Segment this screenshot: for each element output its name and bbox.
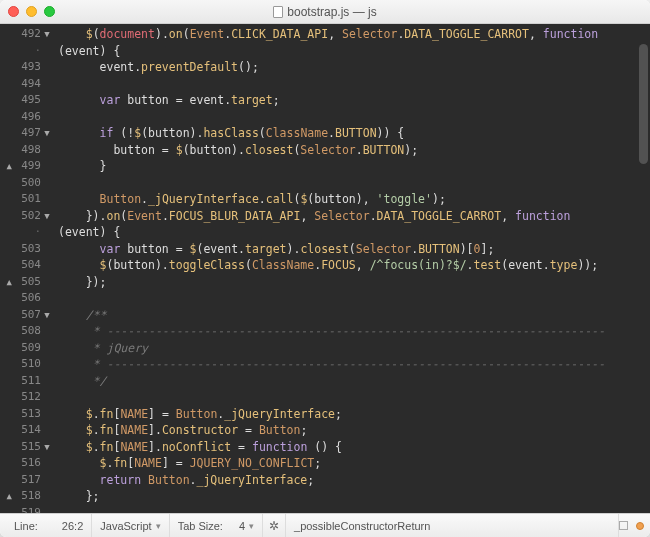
gutter-line[interactable]: ·: [2, 43, 54, 60]
code-line[interactable]: /**: [58, 307, 650, 324]
code-line[interactable]: (event) {: [58, 43, 650, 60]
window-title: bootstrap.js — js: [0, 5, 650, 19]
gutter-line[interactable]: 493: [2, 59, 54, 76]
code-line[interactable]: * --------------------------------------…: [58, 356, 650, 373]
gutter-line[interactable]: 496: [2, 109, 54, 126]
gutter-line[interactable]: 515▼: [2, 439, 54, 456]
gutter-line[interactable]: 507▼: [2, 307, 54, 324]
fold-icon[interactable]: ▼: [42, 26, 52, 43]
line-number: 507: [13, 307, 41, 324]
gutter-line[interactable]: 503: [2, 241, 54, 258]
code-line[interactable]: $.fn[NAME].Constructor = Button;: [58, 422, 650, 439]
status-tab-size[interactable]: Tab Size: 4 ▾: [170, 514, 263, 537]
zoom-icon[interactable]: [44, 6, 55, 17]
gutter-line[interactable]: 497▼: [2, 125, 54, 142]
mod-marker: ▲: [6, 274, 12, 291]
gutter-line[interactable]: ·: [2, 224, 54, 241]
fold-icon[interactable]: ▼: [42, 125, 52, 142]
code-line[interactable]: event.preventDefault();: [58, 59, 650, 76]
line-number: 508: [13, 323, 41, 340]
status-language[interactable]: JavaScript ▾: [92, 514, 169, 537]
gutter-line[interactable]: 519: [2, 505, 54, 514]
gutter[interactable]: 492▼·493494495496497▼498▲499500501502▼·5…: [0, 24, 54, 513]
minimize-icon[interactable]: [26, 6, 37, 17]
line-number: 509: [13, 340, 41, 357]
titlebar[interactable]: bootstrap.js — js: [0, 0, 650, 24]
panel-toggle-icon[interactable]: [619, 521, 628, 530]
code-line[interactable]: * --------------------------------------…: [58, 323, 650, 340]
status-symbol[interactable]: _possibleConstructorReturn: [286, 514, 619, 537]
fold-icon[interactable]: ▼: [42, 208, 52, 225]
code-line[interactable]: });: [58, 274, 650, 291]
code-area[interactable]: $(document).on(Event.CLICK_DATA_API, Sel…: [54, 24, 650, 513]
code-line[interactable]: var button = $(event.target).closest(Sel…: [58, 241, 650, 258]
code-line[interactable]: }: [58, 158, 650, 175]
mod-marker: ▲: [6, 158, 12, 175]
gutter-line[interactable]: 508: [2, 323, 54, 340]
current-symbol: _possibleConstructorReturn: [294, 520, 430, 532]
code-line[interactable]: [58, 175, 650, 192]
line-number: 519: [13, 505, 41, 514]
gutter-line[interactable]: 514: [2, 422, 54, 439]
code-line[interactable]: $.fn[NAME] = Button._jQueryInterface;: [58, 406, 650, 423]
gutter-line[interactable]: ▲505: [2, 274, 54, 291]
code-line[interactable]: * jQuery: [58, 340, 650, 357]
gutter-line[interactable]: 502▼: [2, 208, 54, 225]
gutter-line[interactable]: 517: [2, 472, 54, 489]
code-line[interactable]: [58, 109, 650, 126]
gutter-line[interactable]: 495: [2, 92, 54, 109]
code-line[interactable]: };: [58, 488, 650, 505]
code-line[interactable]: $(button).toggleClass(ClassName.FOCUS, /…: [58, 257, 650, 274]
tab-size-value: 4: [239, 520, 245, 532]
fold-icon[interactable]: ▼: [42, 439, 52, 456]
code-editor[interactable]: 492▼·493494495496497▼498▲499500501502▼·5…: [0, 24, 650, 513]
code-line[interactable]: [58, 76, 650, 93]
gutter-line[interactable]: 492▼: [2, 26, 54, 43]
line-number: 501: [13, 191, 41, 208]
line-number: 503: [13, 241, 41, 258]
code-line[interactable]: */: [58, 373, 650, 390]
close-icon[interactable]: [8, 6, 19, 17]
line-number: 511: [13, 373, 41, 390]
gutter-line[interactable]: 513: [2, 406, 54, 423]
line-number: 514: [13, 422, 41, 439]
code-line[interactable]: $.fn[NAME] = JQUERY_NO_CONFLICT;: [58, 455, 650, 472]
code-line[interactable]: [58, 505, 650, 514]
status-indicator-icon[interactable]: [636, 522, 644, 530]
gutter-line[interactable]: ▲499: [2, 158, 54, 175]
line-number: 506: [13, 290, 41, 307]
gutter-line[interactable]: 516: [2, 455, 54, 472]
gutter-line[interactable]: 504: [2, 257, 54, 274]
code-line[interactable]: [58, 389, 650, 406]
code-line[interactable]: (event) {: [58, 224, 650, 241]
gutter-line[interactable]: 494: [2, 76, 54, 93]
code-line[interactable]: [58, 290, 650, 307]
vertical-scrollbar[interactable]: [639, 44, 648, 164]
status-cursor[interactable]: Line: 26:2: [6, 514, 92, 537]
gutter-line[interactable]: 510: [2, 356, 54, 373]
code-line[interactable]: if (!$(button).hasClass(ClassName.BUTTON…: [58, 125, 650, 142]
code-line[interactable]: }).on(Event.FOCUS_BLUR_DATA_API, Selecto…: [58, 208, 650, 225]
line-number: 505: [13, 274, 41, 291]
code-line[interactable]: $.fn[NAME].noConflict = function () {: [58, 439, 650, 456]
fold-icon[interactable]: ▼: [42, 307, 52, 324]
gutter-line[interactable]: ▲518: [2, 488, 54, 505]
code-line[interactable]: var button = event.target;: [58, 92, 650, 109]
gutter-line[interactable]: 509: [2, 340, 54, 357]
status-settings[interactable]: ✲: [263, 514, 286, 537]
line-number: 499: [13, 158, 41, 175]
mod-marker: ▲: [6, 488, 12, 505]
code-line[interactable]: return Button._jQueryInterface;: [58, 472, 650, 489]
gutter-line[interactable]: 511: [2, 373, 54, 390]
code-line[interactable]: button = $(button).closest(Selector.BUTT…: [58, 142, 650, 159]
gutter-line[interactable]: 498: [2, 142, 54, 159]
editor-window: bootstrap.js — js 492▼·493494495496497▼4…: [0, 0, 650, 537]
gutter-line[interactable]: 506: [2, 290, 54, 307]
code-line[interactable]: Button._jQueryInterface.call($(button), …: [58, 191, 650, 208]
gutter-line[interactable]: 500: [2, 175, 54, 192]
line-number: ·: [13, 43, 41, 60]
gutter-line[interactable]: 501: [2, 191, 54, 208]
code-line[interactable]: $(document).on(Event.CLICK_DATA_API, Sel…: [58, 26, 650, 43]
gutter-line[interactable]: 512: [2, 389, 54, 406]
line-number: 492: [13, 26, 41, 43]
